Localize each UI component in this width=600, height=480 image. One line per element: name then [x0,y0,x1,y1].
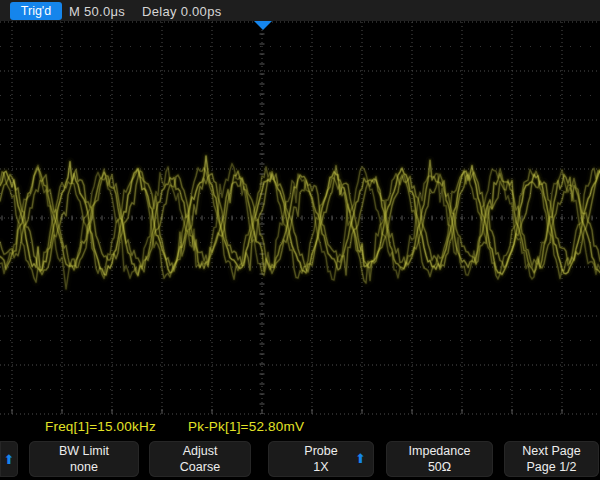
pkpk-measurement-label: Pk-Pk[1]=52.80mV [188,419,304,435]
up-arrow-icon: ⬆ [4,453,15,466]
delay-label: Delay 0.00ps [142,3,221,20]
softkey-probe[interactable]: Probe 1X ⬆ [268,441,374,477]
softkey-value: Page 1/2 [504,459,599,475]
softkey-impedance[interactable]: Impedance 50Ω [386,441,493,477]
oscilloscope-screen: Trig'd M 50.0μs Delay 0.00ps Freq[1]=15.… [0,0,600,480]
softkey-title: Adjust [149,443,251,459]
menu-up-button[interactable]: ⬆ [0,441,18,477]
softkey-adjust[interactable]: Adjust Coarse [149,441,251,477]
scope-display-graticule-waveform [0,0,600,480]
softkey-next-page[interactable]: Next Page Page 1/2 [504,441,599,477]
softkey-value: none [29,459,139,475]
softkey-title: Impedance [386,443,493,459]
softkey-bw-limit[interactable]: BW Limit none [29,441,139,477]
up-arrow-icon: ⬆ [355,452,366,465]
softkey-value: 50Ω [386,459,493,475]
timebase-label: M 50.0μs [69,3,125,20]
freq-measurement-label: Freq[1]=15.00kHz [45,419,156,435]
trigger-status-badge: Trig'd [10,2,62,20]
softkey-title: Next Page [504,443,599,459]
softkey-title: BW Limit [29,443,139,459]
status-bar: Trig'd M 50.0μs Delay 0.00ps [0,0,600,21]
trigger-position-marker[interactable] [254,21,272,30]
softkey-value: Coarse [149,459,251,475]
softkey-menu-bar: ⬆ BW Limit none Adjust Coarse Probe 1X ⬆… [0,437,600,480]
